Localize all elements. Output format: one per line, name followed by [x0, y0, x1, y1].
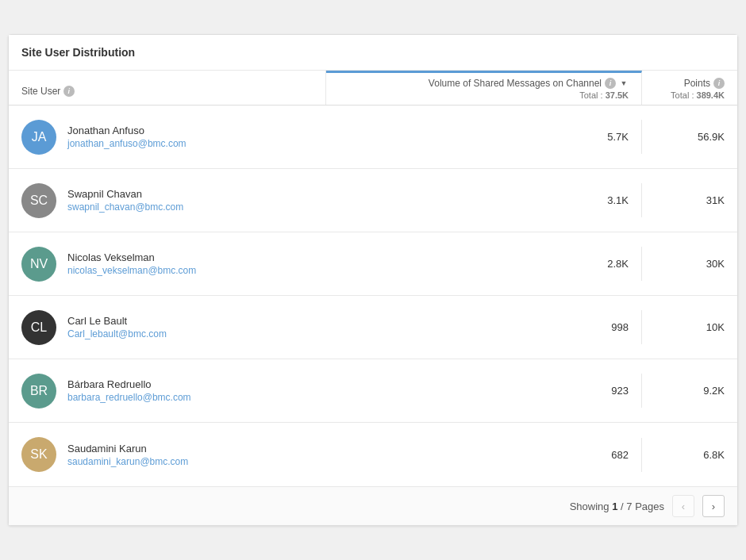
- user-email[interactable]: saudamini_karun@bmc.com: [67, 456, 188, 467]
- user-email[interactable]: barbara_redruello@bmc.com: [67, 392, 191, 403]
- pagination-prev-button[interactable]: ‹: [672, 495, 694, 517]
- messages-col-total: Total : 37.5K: [339, 90, 629, 100]
- user-info: Jonathan Anfuso jonathan_anfuso@bmc.com: [67, 125, 186, 149]
- col-messages-header: Volume of Shared Messages on Channel i ▼…: [326, 71, 642, 105]
- data-table: Site User i Volume of Shared Messages on…: [9, 71, 737, 486]
- user-name: Carl Le Bault: [67, 315, 167, 327]
- user-cell: SK Saudamini Karun saudamini_karun@bmc.c…: [9, 426, 326, 483]
- points-col-total: Total : 389.4K: [655, 90, 725, 100]
- messages-col-sort-icon[interactable]: ▼: [619, 79, 629, 88]
- pagination-text: Showing 1 / 7 Pages: [570, 501, 664, 512]
- points-cell: 10K: [642, 310, 737, 344]
- user-name: Bárbara Redruello: [67, 378, 191, 390]
- table-row: SC Swapnil Chavan swapnil_chavan@bmc.com…: [9, 169, 737, 232]
- points-cell: 56.9K: [642, 120, 737, 154]
- user-cell: BR Bárbara Redruello barbara_redruello@b…: [9, 362, 326, 420]
- user-info: Nicolas Vekselman nicolas_vekselman@bmc.…: [67, 251, 196, 276]
- points-cell: 9.2K: [642, 374, 737, 408]
- table-header: Site User i Volume of Shared Messages on…: [9, 71, 737, 105]
- pages-label: Pages: [635, 501, 664, 512]
- col-points-header: Points i Total : 389.4K: [642, 71, 737, 105]
- user-email[interactable]: swapnil_chavan@bmc.com: [67, 201, 183, 213]
- messages-cell: 923: [326, 374, 642, 408]
- widget-title: Site User Distribution: [9, 35, 737, 71]
- user-info: Saudamini Karun saudamini_karun@bmc.com: [67, 443, 188, 467]
- points-cell: 6.8K: [642, 438, 737, 472]
- messages-cell: 3.1K: [326, 183, 642, 217]
- user-info: Swapnil Chavan swapnil_chavan@bmc.com: [67, 188, 183, 213]
- avatar: JA: [21, 120, 56, 155]
- user-email[interactable]: jonathan_anfuso@bmc.com: [67, 138, 186, 149]
- table-body: JA Jonathan Anfuso jonathan_anfuso@bmc.c…: [9, 105, 737, 486]
- messages-cell: 2.8K: [326, 247, 642, 281]
- messages-cell: 5.7K: [326, 120, 642, 154]
- points-cell: 30K: [642, 247, 737, 281]
- user-info: Carl Le Bault Carl_lebault@bmc.com: [67, 315, 167, 339]
- user-name: Jonathan Anfuso: [67, 125, 186, 136]
- points-col-info-icon[interactable]: i: [713, 78, 725, 89]
- messages-cell: 682: [326, 438, 642, 472]
- user-email[interactable]: nicolas_vekselman@bmc.com: [67, 265, 196, 276]
- total-pages: 7: [626, 501, 632, 512]
- points-cell: 31K: [642, 183, 737, 217]
- messages-col-info-icon[interactable]: i: [605, 78, 616, 89]
- table-row: JA Jonathan Anfuso jonathan_anfuso@bmc.c…: [9, 105, 737, 169]
- user-info: Bárbara Redruello barbara_redruello@bmc.…: [67, 378, 191, 403]
- table-row: CL Carl Le Bault Carl_lebault@bmc.com 99…: [9, 296, 737, 359]
- user-col-info-icon[interactable]: i: [63, 86, 75, 97]
- site-user-distribution-widget: Site User Distribution Site User i Volum…: [8, 34, 738, 526]
- table-row: NV Nicolas Vekselman nicolas_vekselman@b…: [9, 232, 737, 296]
- avatar: SK: [21, 437, 56, 472]
- table-row: BR Bárbara Redruello barbara_redruello@b…: [9, 359, 737, 423]
- user-name: Saudamini Karun: [67, 443, 188, 455]
- pagination-footer: Showing 1 / 7 Pages ‹ ›: [9, 486, 737, 525]
- col-user-header: Site User i: [9, 71, 326, 105]
- avatar: BR: [21, 374, 56, 408]
- col-user-label: Site User: [21, 86, 60, 97]
- current-page: 1: [612, 501, 617, 512]
- user-cell: CL Carl Le Bault Carl_lebault@bmc.com: [9, 299, 326, 356]
- avatar: SC: [21, 183, 56, 218]
- user-name: Swapnil Chavan: [67, 188, 183, 200]
- showing-label: Showing: [570, 501, 612, 512]
- col-points-label: Points: [684, 78, 710, 89]
- user-cell: SC Swapnil Chavan swapnil_chavan@bmc.com: [9, 172, 326, 229]
- user-name: Nicolas Vekselman: [67, 251, 196, 263]
- messages-cell: 998: [326, 310, 642, 344]
- user-cell: NV Nicolas Vekselman nicolas_vekselman@b…: [9, 236, 326, 293]
- avatar: CL: [21, 310, 56, 345]
- pagination-next-button[interactable]: ›: [702, 495, 725, 517]
- col-messages-label: Volume of Shared Messages on Channel: [429, 78, 602, 89]
- table-row: SK Saudamini Karun saudamini_karun@bmc.c…: [9, 423, 737, 486]
- avatar: NV: [21, 247, 56, 282]
- user-cell: JA Jonathan Anfuso jonathan_anfuso@bmc.c…: [9, 109, 326, 166]
- user-email[interactable]: Carl_lebault@bmc.com: [67, 328, 167, 339]
